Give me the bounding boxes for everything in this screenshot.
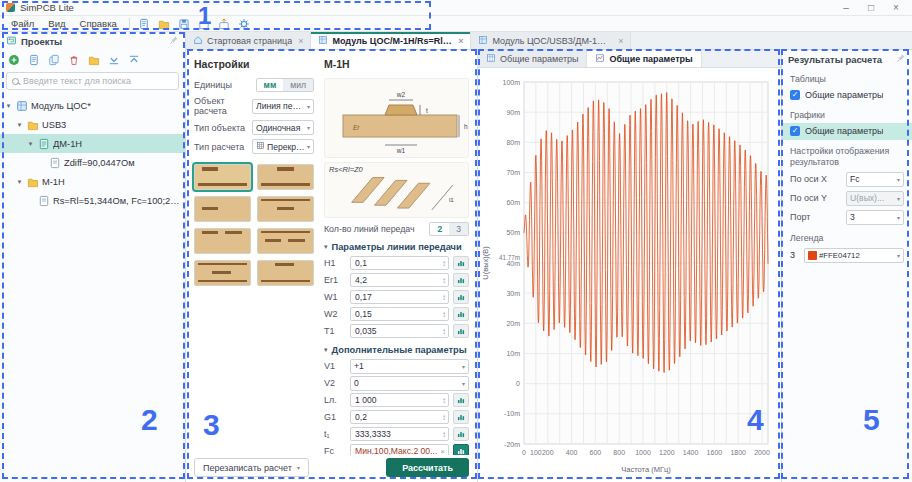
legend-color-select[interactable]: #FFE04712▾ <box>804 248 904 263</box>
section-header[interactable]: ▾Параметры линии передачи <box>324 242 469 252</box>
param-tool-button[interactable] <box>453 324 469 338</box>
content-row: Настройки Единицы мммил Объект расчетаЛи… <box>186 50 912 482</box>
import-data-icon[interactable] <box>195 17 213 31</box>
param-tool-button[interactable] <box>453 273 469 287</box>
stepper-icon[interactable]: ↕ <box>442 430 446 439</box>
unit-option-мил[interactable]: мил <box>283 79 313 91</box>
calculate-button[interactable]: Рассчитать <box>386 458 469 477</box>
svg-text:1400: 1400 <box>683 449 699 456</box>
param-t₁-input[interactable] <box>353 429 442 439</box>
app-settings-icon[interactable] <box>235 17 253 31</box>
chart-tab[interactable]: Общие параметры <box>587 50 701 67</box>
suspended-microstrip-thumbnail[interactable] <box>257 196 314 222</box>
param-tool-button[interactable] <box>453 256 469 270</box>
doc-teal-icon <box>38 138 50 150</box>
param-G1-input[interactable] <box>353 412 442 422</box>
preview-title: М-1Н <box>324 58 469 70</box>
delete-item-icon[interactable] <box>65 52 82 68</box>
stepper-icon[interactable]: ↕ <box>442 293 446 302</box>
close-tab-icon[interactable]: × <box>618 36 623 46</box>
param-tool-button[interactable] <box>453 427 469 441</box>
checkbox-checked-icon[interactable]: ✓ <box>790 126 800 136</box>
param-W1-input[interactable] <box>353 292 442 302</box>
new-project-icon[interactable] <box>135 17 153 31</box>
tree-node[interactable]: Rs=Rl=51,344Ом, Fc=100;2 000;10МГц, 2 ПП <box>0 191 185 210</box>
param-T1-input[interactable] <box>353 326 442 336</box>
param-tool-button[interactable] <box>453 290 469 304</box>
tree-node[interactable]: ▾USB3 <box>0 115 185 134</box>
tree-node[interactable]: Zdiff=90,0447Ом <box>0 153 185 172</box>
stepper-icon[interactable]: ↕ <box>442 276 446 285</box>
chart-tab[interactable]: Общие параметры <box>478 50 587 67</box>
pin-icon[interactable] <box>896 53 906 65</box>
save-project-icon[interactable] <box>175 17 193 31</box>
stepper-icon[interactable]: ↕ <box>442 310 446 319</box>
param-Er1-input[interactable] <box>353 275 442 285</box>
collapse-all-icon[interactable] <box>125 52 142 68</box>
unit-option-мм[interactable]: мм <box>257 79 284 91</box>
document-tab[interactable]: Модуль ЦОС/USB3/ДМ-1Н /Zdiff=90,0...× <box>471 32 631 49</box>
pin-icon[interactable] <box>169 35 179 47</box>
result-item[interactable]: ✓Общие параметры <box>782 87 912 104</box>
param-Lл.-input[interactable] <box>353 395 442 405</box>
chevron-down-icon[interactable]: ▾ <box>26 140 35 148</box>
stepper-icon[interactable]: ↕ <box>442 327 446 336</box>
param-V1-select[interactable]: +1▾ <box>350 359 469 374</box>
coplanar-thumbnail[interactable] <box>194 260 251 286</box>
chevron-down-icon[interactable]: ▾ <box>4 102 13 110</box>
embedded-microstrip-thumbnail[interactable] <box>257 164 314 190</box>
param-W2-input[interactable] <box>353 309 442 319</box>
close-tab-icon[interactable]: × <box>458 36 463 46</box>
menu-item[interactable]: Файл <box>4 18 41 29</box>
axis-x-select[interactable]: Fc▾ <box>846 172 904 187</box>
close-tab-icon[interactable]: × <box>298 36 303 46</box>
param-tool-button[interactable] <box>453 410 469 424</box>
document-tab[interactable]: Модуль ЦОС/М-1Н/Rs=Rl=51,3...× <box>311 32 471 49</box>
result-item[interactable]: ✓Общие параметры <box>782 123 912 140</box>
calc-type-select[interactable]: Перекрес...▾ <box>252 139 314 154</box>
param-tool-button[interactable] <box>453 393 469 407</box>
add-item-icon[interactable] <box>5 52 22 68</box>
object-type-select[interactable]: Одиночная▾ <box>252 120 314 135</box>
menu-item[interactable]: Справка <box>73 18 124 29</box>
chevron-down-icon: ▾ <box>897 176 900 183</box>
grounded-coplanar-thumbnail[interactable] <box>257 260 314 286</box>
tree-node[interactable]: ▾М-1Н <box>0 172 185 191</box>
stripline-thumbnail[interactable] <box>194 228 251 254</box>
dual-stripline-thumbnail[interactable] <box>257 228 314 254</box>
document-tab[interactable]: Стартовая страница× <box>186 32 311 49</box>
copy-item-icon[interactable] <box>45 52 62 68</box>
lines-count-option-3[interactable]: 3 <box>449 223 468 235</box>
tree-node[interactable]: ▾ДМ-1Н <box>0 134 185 153</box>
export-data-icon[interactable] <box>215 17 233 31</box>
stepper-icon[interactable]: ↕ <box>442 413 446 422</box>
chart-canvas[interactable]: 100m90m80m70m60m50m41.77m40m30m20m10m0-1… <box>478 68 782 482</box>
close-button[interactable]: × <box>886 0 906 15</box>
checkbox-checked-icon[interactable]: ✓ <box>790 90 800 100</box>
open-project-icon[interactable] <box>155 17 173 31</box>
section-header[interactable]: ▾Дополнительные параметры <box>324 345 469 355</box>
expand-all-icon[interactable] <box>105 52 122 68</box>
overwrite-calculation-button[interactable]: Перезаписать расчет ▾ <box>194 458 309 477</box>
chevron-down-icon[interactable]: ▾ <box>15 178 24 186</box>
new-document-icon[interactable] <box>25 52 42 68</box>
param-V2-select[interactable]: 0▾ <box>350 376 469 391</box>
maximize-button[interactable]: □ <box>861 0 881 15</box>
minimize-button[interactable]: – <box>836 0 856 15</box>
chevron-down-icon[interactable]: ▾ <box>15 121 24 129</box>
search-input[interactable] <box>23 76 173 86</box>
tree-node[interactable]: ▾Модуль ЦОС* <box>0 96 185 115</box>
stepper-icon[interactable]: ↕ <box>442 259 446 268</box>
coated-microstrip-thumbnail[interactable] <box>194 196 251 222</box>
microstrip-thumbnail[interactable] <box>194 164 251 190</box>
axis-y-select[interactable]: U(вых)...▾ <box>846 191 904 206</box>
menu-item[interactable]: Вид <box>41 18 72 29</box>
port-select[interactable]: 3▾ <box>846 210 904 225</box>
param-H1-input[interactable] <box>353 258 442 268</box>
stepper-icon[interactable]: ↕ <box>442 396 446 405</box>
lines-count-option-2[interactable]: 2 <box>430 223 449 235</box>
new-folder-icon[interactable] <box>85 52 102 68</box>
results-fields: По оси XFc▾По оси YU(вых)...▾Порт3▾ <box>782 170 912 227</box>
param-tool-button[interactable] <box>453 307 469 321</box>
calc-object-select[interactable]: Линия перед...▾ <box>252 99 314 114</box>
